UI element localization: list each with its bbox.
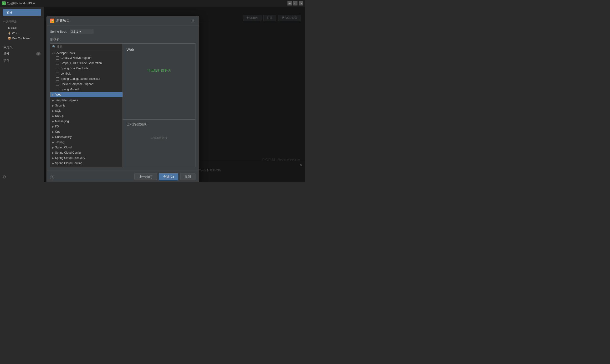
no-deps-text: 未添加依赖项 — [127, 136, 191, 140]
new-project-modal: 🍃 新建项目 ✕ Spring Boot: 3.3.1 ▾ 依赖项: — [46, 16, 199, 182]
main-content: 🔍 新建项目 打开 从 VCS 获取 🍃 新建项目 ✕ — [44, 7, 305, 182]
window-controls: ─ □ ✕ — [288, 1, 303, 5]
dep-group-spring-cloud[interactable]: ▶ Spring Cloud — [50, 144, 122, 150]
dep-group-spring-cloud-discovery[interactable]: ▶ Spring Cloud Discovery — [50, 155, 122, 160]
dep-group-nosql[interactable]: ▶ NoSQL — [50, 113, 122, 118]
modal-title: 新建项目 — [56, 19, 70, 23]
deps-right-bottom: 已添加的依赖项: 未添加依赖项 — [123, 119, 195, 167]
dep-group-observability[interactable]: ▶ Observability — [50, 134, 122, 139]
projects-label: 项目 — [6, 10, 13, 14]
chevron-right-icon: ▶ — [52, 130, 54, 133]
dep-group-spring-cloud-routing[interactable]: ▶ Spring Cloud Routing — [50, 160, 122, 165]
dep-group-sql[interactable]: ▶ SQL — [50, 108, 122, 113]
dep-group-security[interactable]: ▶ Security — [50, 103, 122, 108]
version-value: 3.3.1 — [71, 30, 78, 33]
sidebar: 项目 ▾ 远程开发 🖥 SSH 🐧 WSL 📦 Dev Container — [0, 7, 44, 182]
sidebar-item-learn[interactable]: 学习 — [0, 57, 44, 64]
graalvm-checkbox[interactable] — [56, 56, 59, 60]
modal-body: Spring Boot: 3.3.1 ▾ 依赖项: 🔍 — [47, 26, 199, 170]
ssh-icon: 🖥 — [8, 26, 11, 29]
close-window-button[interactable]: ✕ — [299, 1, 303, 5]
docker-compose-checkbox[interactable] — [56, 83, 59, 86]
chevron-right-icon: ▶ — [52, 104, 54, 107]
dep-group-spring-cloud-circuit-breaker[interactable]: ▶ Spring Cloud Circuit Breaker — [50, 165, 122, 167]
chevron-right-icon: ▶ — [52, 115, 54, 117]
chevron-right-icon: ▶ — [52, 157, 54, 159]
create-button[interactable]: 创建(C) — [159, 173, 178, 180]
dep-item-devtools[interactable]: Spring Boot DevTools — [50, 66, 122, 71]
sidebar-main-section: ▾ 远程开发 🖥 SSH 🐧 WSL 📦 Dev Container 自定义 插… — [0, 18, 44, 182]
modulith-checkbox[interactable] — [56, 88, 59, 91]
right-section-title: Web — [127, 47, 191, 52]
sidebar-item-ssh[interactable]: 🖥 SSH — [0, 25, 44, 30]
version-select[interactable]: 3.3.1 ▾ — [70, 29, 93, 34]
chevron-down-icon: ▾ — [3, 21, 4, 23]
minimize-button[interactable]: ─ — [288, 1, 292, 5]
deps-list-panel: 🔍 ▾ Developer Tools GraalVM Nat — [50, 43, 123, 167]
settings-icon[interactable]: ⚙ — [2, 174, 6, 180]
deps-search-icon: 🔍 — [52, 45, 56, 48]
deps-search-input[interactable] — [57, 45, 121, 48]
dep-group-testing[interactable]: ▶ Testing — [50, 139, 122, 144]
lombok-checkbox[interactable] — [56, 72, 59, 75]
dep-group-messaging[interactable]: ▶ Messaging — [50, 118, 122, 123]
prev-step-button[interactable]: 上一步(P) — [134, 173, 157, 180]
sidebar-header: 项目 — [0, 7, 44, 18]
modal-app-icon: 🍃 — [50, 19, 54, 23]
sidebar-item-wsl[interactable]: 🐧 WSL — [0, 30, 44, 36]
graphql-checkbox[interactable] — [56, 62, 59, 65]
dep-group-spring-cloud-config[interactable]: ▶ Spring Cloud Config — [50, 150, 122, 155]
sidebar-item-customize[interactable]: 自定义 — [0, 44, 44, 51]
dep-group-io[interactable]: ▶ I/O — [50, 123, 122, 129]
chevron-right-icon: ▶ — [52, 141, 54, 144]
help-button[interactable]: ? — [50, 175, 54, 179]
dep-group-template-engines[interactable]: ▶ Template Engines — [50, 97, 122, 103]
dep-item-lombok[interactable]: Lombok — [50, 71, 122, 76]
chevron-right-icon: ▶ — [52, 110, 54, 112]
dep-item-graphql[interactable]: GraphQL DGS Code Generation — [50, 61, 122, 66]
title-bar-text: 欢迎访问 IntelliJ IDEA — [7, 1, 35, 5]
app-layout: 项目 ▾ 远程开发 🖥 SSH 🐧 WSL 📦 Dev Container — [0, 7, 305, 182]
cancel-button[interactable]: 取消 — [180, 173, 196, 180]
deps-list: ▾ Developer Tools GraalVM Native Support… — [50, 50, 122, 167]
plugin-badge: 3 — [36, 52, 40, 55]
hint-text: 可以暂时都不选 — [127, 69, 191, 73]
modal-footer: ? 上一步(P) 创建(C) 取消 — [47, 170, 199, 182]
chevron-right-icon: ▶ — [52, 93, 54, 96]
deps-search-bar: 🔍 — [50, 44, 122, 50]
dev-container-icon: 📦 — [8, 37, 11, 40]
chevron-right-icon: ▶ — [52, 125, 54, 128]
sidebar-group-remote-dev[interactable]: ▾ 远程开发 — [0, 18, 44, 25]
dep-item-modulith[interactable]: Spring Modulith — [50, 87, 122, 92]
dep-item-docker-compose[interactable]: Docker Compose Support — [50, 81, 122, 87]
dep-group-ops[interactable]: ▶ Ops — [50, 129, 122, 134]
chevron-right-icon: ▶ — [52, 152, 54, 154]
chevron-right-icon: ▶ — [52, 120, 54, 123]
wsl-icon: 🐧 — [8, 31, 11, 35]
sidebar-item-dev-container[interactable]: 📦 Dev Container — [0, 36, 44, 41]
chevron-right-icon: ▶ — [52, 136, 54, 138]
deps-right-panel: Web 可以暂时都不选 已添加的依赖项: 未添加依赖项 — [123, 43, 196, 167]
chevron-right-icon: ▶ — [52, 99, 54, 102]
dep-group-developer-tools[interactable]: ▾ Developer Tools — [50, 50, 122, 55]
deps-layout: 🔍 ▾ Developer Tools GraalVM Nat — [50, 43, 196, 167]
chevron-down-icon: ▾ — [52, 52, 53, 54]
modal-titlebar: 🍃 新建项目 ✕ — [47, 16, 199, 26]
spring-boot-row: Spring Boot: 3.3.1 ▾ — [50, 29, 196, 34]
modal-close-button[interactable]: ✕ — [190, 18, 196, 23]
chevron-right-icon: ▶ — [52, 146, 54, 149]
dep-item-config-processor[interactable]: Spring Configuration Processor — [50, 76, 122, 81]
title-bar: J 欢迎访问 IntelliJ IDEA ─ □ ✕ — [0, 0, 305, 7]
deps-label: 依赖项: — [50, 37, 196, 41]
devtools-checkbox[interactable] — [56, 67, 59, 70]
dropdown-arrow-icon: ▾ — [80, 30, 81, 33]
app-icon: J — [2, 1, 6, 5]
sidebar-item-projects[interactable]: 项目 — [3, 9, 41, 16]
sidebar-item-plugins[interactable]: 插件 3 — [0, 51, 44, 57]
maximize-button[interactable]: □ — [293, 1, 297, 5]
dep-item-graalvm[interactable]: GraalVM Native Support — [50, 55, 122, 61]
added-deps-label: 已添加的依赖项: — [127, 122, 191, 127]
deps-right-top: Web 可以暂时都不选 — [123, 44, 195, 119]
config-processor-checkbox[interactable] — [56, 78, 59, 80]
dep-group-web[interactable]: ▶ Web — [50, 92, 122, 97]
